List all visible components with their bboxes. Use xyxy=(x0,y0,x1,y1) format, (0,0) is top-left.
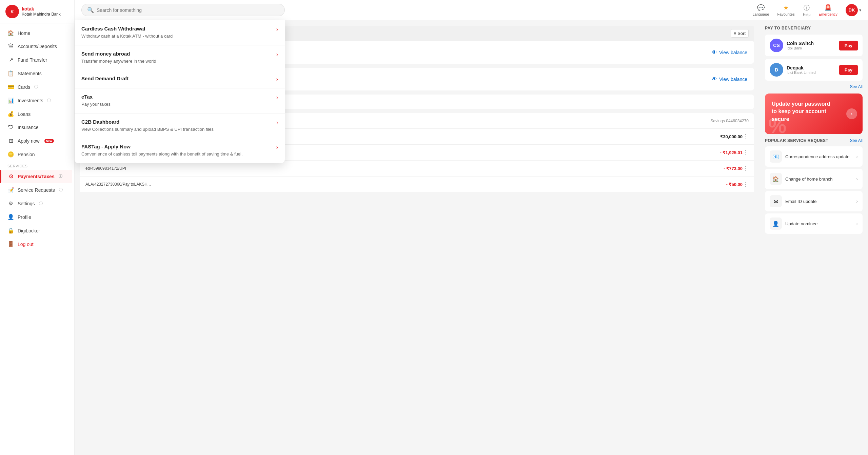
sidebar-item-cards[interactable]: 💳 Cardsⓘ xyxy=(2,80,72,94)
help-button[interactable]: ⓘ Help xyxy=(803,4,811,17)
avatar: DK xyxy=(846,4,858,16)
badge-info-settings: ⓘ xyxy=(39,201,43,206)
sidebar-item-settings[interactable]: ⚙ Settingsⓘ xyxy=(2,197,72,210)
service-icon-home-branch: 🏠 xyxy=(770,173,782,185)
dropdown-item-cardless-cash[interactable]: Cardless Cash Withdrawal Withdraw cash a… xyxy=(75,20,285,45)
trans-amount-2: - ₹773.00 xyxy=(724,166,743,171)
emergency-icon: 🚨 xyxy=(824,4,832,12)
trans-desc-2: ed/459809834172/UPI xyxy=(85,166,724,171)
logo-icon: K xyxy=(5,5,19,18)
bene-avatar-0: CS xyxy=(770,39,783,52)
trans-options-0[interactable]: ⋮ xyxy=(743,133,749,140)
percent-decoration: % xyxy=(768,114,786,134)
sidebar-item-pension[interactable]: 🪙 Pension xyxy=(2,148,72,161)
dropdown-desc-send-money-abroad: Transfer money anywhere in the world xyxy=(81,58,272,65)
sidebar-item-loans[interactable]: 💰 Loans xyxy=(2,107,72,121)
dropdown-desc-fastag: Convenience of cashless toll payments al… xyxy=(81,151,272,158)
service-item-home-branch[interactable]: 🏠 Change of home branch › xyxy=(765,169,863,189)
language-button[interactable]: 💬 Language xyxy=(752,4,769,16)
dropdown-item-c2b-dashboard[interactable]: C2B Dashboard View Collections summary a… xyxy=(75,113,285,139)
see-all-beneficiaries[interactable]: See All xyxy=(850,84,863,89)
logo[interactable]: K kotak Kotak Mahindra Bank xyxy=(0,0,74,23)
service-icon-correspondence: 📧 xyxy=(770,150,782,163)
right-panel: PAY TO BENEFICIARY CS Coin Switch Idbi B… xyxy=(760,20,868,455)
sidebar-nav: 🏠 Home🏛 Accounts/Deposits↗ Fund Transfer… xyxy=(0,23,74,455)
sidebar-item-digilocker[interactable]: 🔒 DigiLocker xyxy=(2,224,72,237)
sidebar-item-fund-transfer[interactable]: ↗ Fund Transfer xyxy=(2,53,72,66)
chevron-right-icon-home-branch: › xyxy=(856,176,858,182)
trans-desc-3: ALA/423272730360/Pay toLAKSH... xyxy=(85,182,726,187)
dropdown-content-fastag: FASTag - Apply Now Convenience of cashle… xyxy=(81,144,272,158)
eye-icon-2: 👁 xyxy=(712,76,717,82)
nav-label-accounts: Accounts/Deposits xyxy=(18,44,57,49)
badge-info-service-requests: ⓘ xyxy=(59,187,63,192)
dropdown-title-send-money-abroad: Send money abroad xyxy=(81,51,272,57)
sidebar-item-investments[interactable]: 📊 Investmentsⓘ xyxy=(2,94,72,107)
sidebar-item-accounts[interactable]: 🏛 Accounts/Deposits xyxy=(2,40,72,53)
nav-icon-payments: ⊙ xyxy=(7,173,14,180)
nav-icon-loans: 💰 xyxy=(7,111,14,117)
favourites-button[interactable]: ★ Favourites xyxy=(777,4,794,16)
sidebar-item-home[interactable]: 🏠 Home xyxy=(2,26,72,40)
search-bar[interactable]: 🔍 xyxy=(81,4,285,16)
trans-amount-3: - ₹50.00 xyxy=(726,182,743,187)
sidebar-item-logout[interactable]: 🚪 Log out xyxy=(2,237,72,251)
dropdown-overlay: Cardless Cash Withdrawal Withdraw cash a… xyxy=(75,20,285,163)
service-item-correspondence[interactable]: 📧 Correspondence address update › xyxy=(765,146,863,167)
sidebar-item-insurance[interactable]: 🛡 Insurance xyxy=(2,121,72,134)
dropdown-content-demand-draft: Send Demand Draft xyxy=(81,76,272,83)
pay-button-0[interactable]: Pay xyxy=(839,41,858,50)
bene-name-1: Deepak xyxy=(787,65,836,70)
dropdown-item-demand-draft[interactable]: Send Demand Draft › xyxy=(75,70,285,88)
sidebar-item-service-requests[interactable]: 📝 Service Requestsⓘ xyxy=(2,183,72,197)
view-balance-btn-2[interactable]: 👁 View balance xyxy=(712,76,747,82)
popular-service-title: POPULAR SERVICE REQUEST xyxy=(765,138,828,143)
nav-icon-cards: 💳 xyxy=(7,84,14,90)
nav-label-pension: Pension xyxy=(18,152,35,157)
see-all-services[interactable]: See All xyxy=(850,138,863,143)
service-item-nominee[interactable]: 👤 Update nominee › xyxy=(765,213,863,234)
beneficiary-card-0: CS Coin Switch Idbi Bank Pay xyxy=(765,35,863,56)
password-card-arrow[interactable]: › xyxy=(846,108,857,119)
dropdown-item-fastag[interactable]: FASTag - Apply Now Convenience of cashle… xyxy=(75,138,285,163)
trans-options-3[interactable]: ⋮ xyxy=(743,181,749,188)
nav-icon-insurance: 🛡 xyxy=(7,124,14,130)
avatar-wrapper[interactable]: DK ▾ xyxy=(846,4,861,16)
popular-service-header: POPULAR SERVICE REQUEST See All xyxy=(765,138,863,143)
search-input[interactable] xyxy=(97,7,279,13)
dropdown-desc-cardless-cash: Withdraw cash at a Kotak ATM - without a… xyxy=(81,33,272,40)
trans-options-2[interactable]: ⋮ xyxy=(743,165,749,172)
dropdown-item-send-money-abroad[interactable]: Send money abroad Transfer money anywher… xyxy=(75,45,285,70)
nav-icon-service-requests: 📝 xyxy=(7,187,14,193)
dropdown-chevron-demand-draft: › xyxy=(276,76,278,82)
chevron-down-icon: ▾ xyxy=(859,8,861,13)
emergency-button[interactable]: 🚨 Emergency xyxy=(818,4,837,16)
beneficiary-card-1: D Deepak Icici Bank Limited Pay xyxy=(765,59,863,81)
nav-label-profile: Profile xyxy=(18,214,31,220)
nav-label-payments: Payments/Taxes xyxy=(18,174,55,179)
pay-button-1[interactable]: Pay xyxy=(839,65,858,75)
sidebar-item-statements[interactable]: 📋 Statements xyxy=(2,67,72,80)
badge-info-cards: ⓘ xyxy=(34,84,38,89)
sidebar-item-apply-now[interactable]: ⊞ Apply nowNew xyxy=(2,134,72,147)
nav-icon-settings: ⚙ xyxy=(7,200,14,207)
bene-bank-0: Idbi Bank xyxy=(787,46,836,50)
dropdown-desc-c2b-dashboard: View Collections summary and upload BBPS… xyxy=(81,126,272,133)
dropdown-chevron-send-money-abroad: › xyxy=(276,51,278,58)
service-item-email-update[interactable]: ✉ Email ID update › xyxy=(765,191,863,211)
dropdown-title-c2b-dashboard: C2B Dashboard xyxy=(81,119,272,125)
help-icon: ⓘ xyxy=(804,4,810,12)
sort-button[interactable]: ≡ Sort xyxy=(731,29,749,38)
sidebar-item-payments[interactable]: ⊙ Payments/Taxesⓘ xyxy=(2,170,72,183)
dropdown-chevron-fastag: › xyxy=(276,144,278,150)
language-icon: 💬 xyxy=(757,4,765,12)
trans-options-1[interactable]: ⋮ xyxy=(743,149,749,156)
sidebar-item-profile[interactable]: 👤 Profile xyxy=(2,210,72,224)
sidebar: K kotak Kotak Mahindra Bank 🏠 Home🏛 Acco… xyxy=(0,0,75,455)
bene-avatar-1: D xyxy=(770,63,783,77)
nav-label-logout: Log out xyxy=(18,242,34,247)
dropdown-item-etax[interactable]: eTax Pay your taxes › xyxy=(75,88,285,113)
dropdown-title-etax: eTax xyxy=(81,94,272,100)
service-label-home-branch: Change of home branch xyxy=(785,177,853,182)
view-balance-btn-1[interactable]: 👁 View balance xyxy=(712,49,747,56)
